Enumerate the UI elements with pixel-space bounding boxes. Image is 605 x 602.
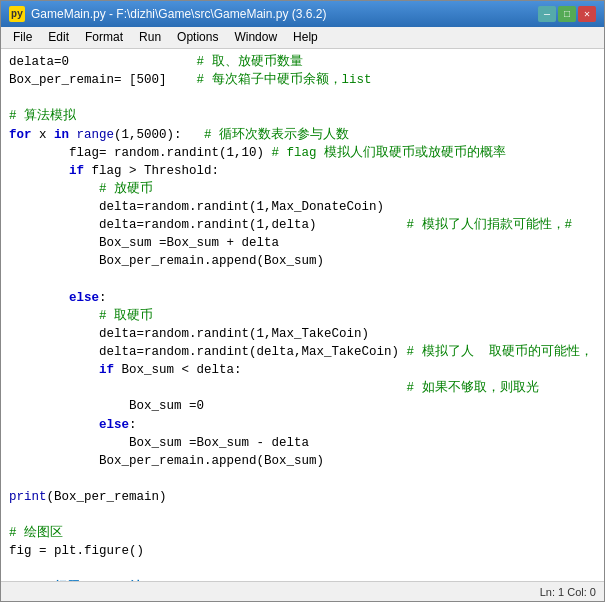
code-editor[interactable]: delata=0 # 取、放硬币数量 Box_per_remain= [500]… — [1, 49, 604, 581]
menu-file[interactable]: File — [5, 29, 40, 46]
menu-format[interactable]: Format — [77, 29, 131, 46]
menu-run[interactable]: Run — [131, 29, 169, 46]
maximize-button[interactable]: □ — [558, 6, 576, 22]
window-title: GameMain.py - F:\dizhi\Game\src\GameMain… — [31, 7, 326, 21]
title-bar: py GameMain.py - F:\dizhi\Game\src\GameM… — [1, 1, 604, 27]
close-button[interactable]: ✕ — [578, 6, 596, 22]
cursor-position: Ln: 1 Col: 0 — [540, 586, 596, 598]
menu-window[interactable]: Window — [226, 29, 285, 46]
editor-area: delata=0 # 取、放硬币数量 Box_per_remain= [500]… — [1, 49, 604, 581]
minimize-button[interactable]: — — [538, 6, 556, 22]
title-controls: — □ ✕ — [538, 6, 596, 22]
menu-help[interactable]: Help — [285, 29, 326, 46]
menu-edit[interactable]: Edit — [40, 29, 77, 46]
menu-bar: File Edit Format Run Options Window Help — [1, 27, 604, 49]
menu-options[interactable]: Options — [169, 29, 226, 46]
main-window: py GameMain.py - F:\dizhi\Game\src\GameM… — [0, 0, 605, 602]
status-bar: Ln: 1 Col: 0 — [1, 581, 604, 601]
app-icon: py — [9, 6, 25, 22]
title-bar-left: py GameMain.py - F:\dizhi\Game\src\GameM… — [9, 6, 326, 22]
